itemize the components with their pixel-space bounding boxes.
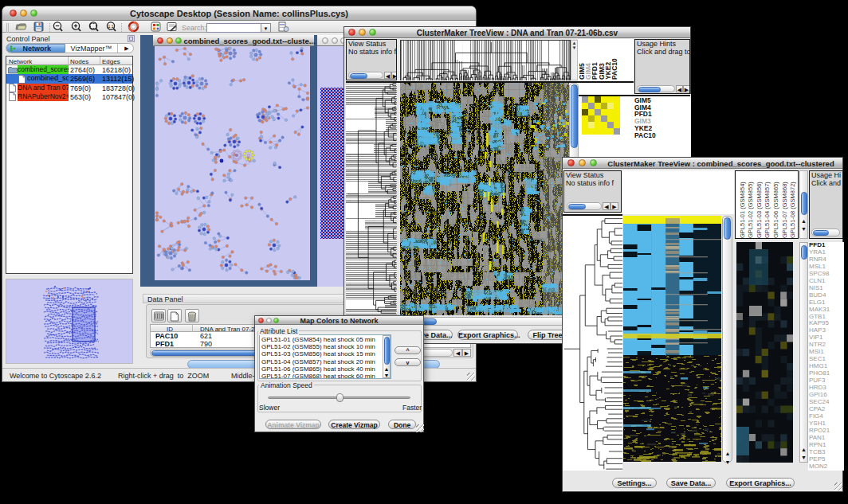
svg-text:GPL51-06 (GSM865): GPL51-06 (GSM865) bbox=[772, 182, 779, 238]
svg-text:GPL51-01 (GSM854): GPL51-01 (GSM854) bbox=[739, 182, 746, 238]
svg-text:GPL51-02 (GSM855): GPL51-02 (GSM855) bbox=[747, 182, 754, 238]
svg-text:GPL51-07 (GSM868): GPL51-07 (GSM868) bbox=[781, 182, 788, 238]
svg-text:PAC10: PAC10 bbox=[610, 58, 618, 80]
svg-text:GPL51-04 (GSM857): GPL51-04 (GSM857) bbox=[764, 182, 771, 238]
svg-text:1:1: 1:1 bbox=[108, 24, 114, 29]
svg-text:GPL51-03 (GSM856): GPL51-03 (GSM856) bbox=[756, 182, 763, 238]
svg-text:GPL51-08 (GSM872): GPL51-08 (GSM872) bbox=[789, 182, 796, 238]
